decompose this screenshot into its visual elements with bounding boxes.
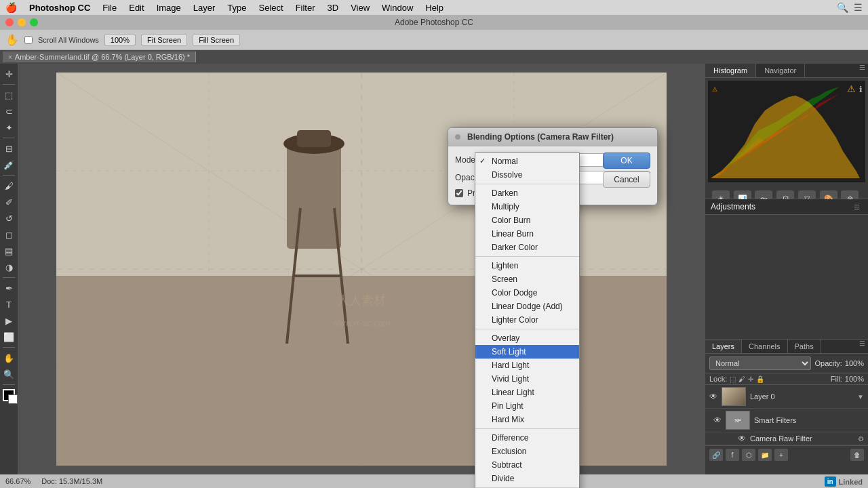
tab-histogram[interactable]: Histogram xyxy=(705,64,756,77)
document-tab[interactable]: × Amber-Summerland.tif @ 66.7% (Layer 0,… xyxy=(3,52,196,62)
add-mask-button[interactable]: ⬡ xyxy=(742,449,755,461)
menu-select[interactable]: Select xyxy=(253,1,288,14)
hand-tool[interactable]: ✋ xyxy=(1,350,16,365)
menu-type[interactable]: Type xyxy=(222,1,252,14)
blend-linear-light[interactable]: Linear Light xyxy=(475,386,579,399)
menu-view[interactable]: View xyxy=(345,1,375,14)
blend-linear-burn[interactable]: Linear Burn xyxy=(475,227,579,241)
blend-hard-mix[interactable]: Hard Mix xyxy=(475,413,579,426)
camera-raw-filter-item[interactable]: 👁 Camera Raw Filter ⚙ xyxy=(705,432,868,445)
lock-image-icon[interactable]: 🖌 xyxy=(738,375,745,383)
history-brush-tool[interactable]: ↺ xyxy=(1,211,16,226)
histogram-panel-options[interactable]: ☰ xyxy=(856,64,868,77)
gradient-tool[interactable]: ▤ xyxy=(1,243,16,258)
blend-soft-light[interactable]: Soft Light xyxy=(475,345,579,359)
blend-darker-color[interactable]: Darker Color xyxy=(475,241,579,254)
layer-item[interactable]: 👁 Layer 0 ▼ xyxy=(705,385,868,409)
layer-blend-mode-select[interactable]: Normal xyxy=(709,357,811,370)
menu-edit[interactable]: Edit xyxy=(123,1,149,14)
menu-layer[interactable]: Layer xyxy=(188,1,221,14)
search-icon[interactable]: 🔍 xyxy=(837,2,848,13)
blend-normal[interactable]: Normal xyxy=(475,155,579,168)
path-selection-tool[interactable]: ▶ xyxy=(1,313,16,328)
foreground-color[interactable] xyxy=(3,389,15,401)
blend-difference[interactable]: Difference xyxy=(475,431,579,445)
blend-screen[interactable]: Screen xyxy=(475,272,579,286)
maximize-button[interactable] xyxy=(30,18,38,26)
blend-pin-light[interactable]: Pin Light xyxy=(475,399,579,413)
lock-position-icon[interactable]: ✛ xyxy=(748,375,753,383)
blend-divide[interactable]: Divide xyxy=(475,472,579,485)
eraser-tool[interactable]: ◻ xyxy=(1,227,16,242)
menu-3d[interactable]: 3D xyxy=(322,1,344,14)
tab-layers[interactable]: Layers xyxy=(705,340,742,353)
background-color[interactable] xyxy=(8,394,18,404)
magic-wand-tool[interactable]: ✦ xyxy=(1,120,16,135)
fill-screen-button[interactable]: Fill Screen xyxy=(193,34,240,46)
blend-lighten[interactable]: Lighten xyxy=(475,259,579,272)
blend-color-burn[interactable]: Color Burn xyxy=(475,214,579,227)
hand-tool-icon[interactable]: ✋ xyxy=(5,33,19,46)
adjustments-options[interactable]: ☰ xyxy=(851,203,863,211)
tab-close-icon[interactable]: × xyxy=(8,54,12,61)
layers-panel-options[interactable]: ☰ xyxy=(856,340,868,353)
tab-paths[interactable]: Paths xyxy=(788,340,821,353)
lock-all-icon[interactable]: 🔒 xyxy=(756,375,764,383)
opacity-value[interactable]: 100% xyxy=(845,359,864,367)
cancel-button[interactable]: Cancel xyxy=(603,171,650,188)
add-style-button[interactable]: f xyxy=(726,449,739,461)
lasso-tool[interactable]: ⊂ xyxy=(1,104,16,119)
fill-value[interactable]: 100% xyxy=(845,375,864,383)
minimize-button[interactable] xyxy=(18,18,26,26)
blend-multiply[interactable]: Multiply xyxy=(475,200,579,214)
blend-dissolve[interactable]: Dissolve xyxy=(475,168,579,182)
panels-icon[interactable]: ☰ xyxy=(854,2,863,13)
layer-collapse-icon[interactable]: ▼ xyxy=(857,393,864,401)
fit-screen-button[interactable]: Fit Screen xyxy=(141,34,187,46)
pen-tool[interactable]: ✒ xyxy=(1,281,16,296)
scroll-all-checkbox[interactable] xyxy=(24,36,33,44)
shape-tool[interactable]: ⬜ xyxy=(1,329,16,344)
filter-settings-icon[interactable]: ⚙ xyxy=(858,435,864,443)
menu-filter[interactable]: Filter xyxy=(290,1,321,14)
create-layer-button[interactable]: + xyxy=(774,449,788,461)
tab-channels[interactable]: Channels xyxy=(742,340,787,353)
layer-visibility-icon[interactable]: 👁 xyxy=(709,392,717,401)
blend-color-dodge[interactable]: Color Dodge xyxy=(475,286,579,300)
zoom-tool[interactable]: 🔍 xyxy=(1,367,16,382)
blend-subtract[interactable]: Subtract xyxy=(475,458,579,472)
close-button[interactable] xyxy=(5,18,14,26)
scroll-all-label[interactable]: Scroll All Windows xyxy=(38,36,99,44)
menu-help[interactable]: Help xyxy=(420,1,449,14)
blend-overlay[interactable]: Overlay xyxy=(475,331,579,345)
marquee-tool[interactable]: ⬚ xyxy=(1,87,16,102)
blend-lighter-color[interactable]: Lighter Color xyxy=(475,313,579,327)
blend-darken[interactable]: Darken xyxy=(475,186,579,200)
blend-vivid-light[interactable]: Vivid Light xyxy=(475,372,579,386)
ok-button[interactable]: OK xyxy=(603,152,650,169)
menu-file[interactable]: File xyxy=(97,1,122,14)
preview-checkbox[interactable] xyxy=(455,189,463,197)
smart-filters-visibility-icon[interactable]: 👁 xyxy=(713,415,722,425)
blend-exclusion[interactable]: Exclusion xyxy=(475,445,579,458)
apple-menu[interactable]: 🍎 xyxy=(5,2,17,13)
blend-linear-dodge[interactable]: Linear Dodge (Add) xyxy=(475,300,579,313)
tab-navigator[interactable]: Navigator xyxy=(756,64,805,77)
info-icon[interactable]: ⚠ ℹ xyxy=(847,83,863,94)
brush-tool[interactable]: 🖌 xyxy=(1,178,16,193)
blend-hard-light[interactable]: Hard Light xyxy=(475,359,579,372)
link-layers-button[interactable]: 🔗 xyxy=(709,449,723,461)
smart-filters-item[interactable]: 👁 SF Smart Filters xyxy=(705,409,868,432)
crop-tool[interactable]: ⊟ xyxy=(1,141,16,156)
menu-image[interactable]: Image xyxy=(151,1,186,14)
move-tool[interactable]: ✛ xyxy=(1,66,16,81)
menu-window[interactable]: Window xyxy=(376,1,418,14)
dodge-tool[interactable]: ◑ xyxy=(1,260,16,274)
lock-transparent-icon[interactable]: ⬚ xyxy=(730,375,736,383)
text-tool[interactable]: T xyxy=(1,297,16,312)
eyedropper-tool[interactable]: 💉 xyxy=(1,157,16,172)
create-group-button[interactable]: 📁 xyxy=(758,449,772,461)
stamp-tool[interactable]: ✐ xyxy=(1,195,16,209)
filter-visibility-icon[interactable]: 👁 xyxy=(738,434,746,443)
delete-layer-button[interactable]: 🗑 xyxy=(850,449,864,461)
